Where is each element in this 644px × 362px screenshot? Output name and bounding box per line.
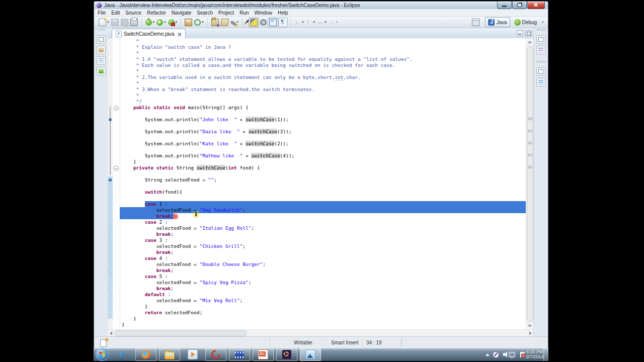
code-line[interactable] (120, 171, 526, 177)
external-tools-button[interactable]: ▾ (167, 18, 179, 27)
code-line[interactable]: * (120, 93, 526, 99)
restore-panel-icon[interactable] (97, 35, 106, 44)
scroll-left-icon[interactable] (110, 331, 112, 335)
code-line[interactable] (120, 135, 526, 141)
code-line[interactable]: * (120, 68, 526, 74)
code-line[interactable]: case 2 : (120, 219, 526, 225)
volume-icon[interactable] (503, 353, 505, 356)
tab-close-icon[interactable] (178, 32, 182, 36)
code-line[interactable]: * (120, 50, 526, 56)
taskbar-internet-explorer[interactable] (113, 348, 133, 360)
code-line[interactable]: * (120, 80, 526, 86)
code-line[interactable]: * Each value is called a case,and the va… (120, 62, 526, 68)
fold-collapse-icon[interactable] (114, 106, 119, 111)
horizontal-scrollbar[interactable] (108, 329, 534, 336)
code-line[interactable]: break; (120, 249, 526, 255)
tray-expand-icon[interactable] (486, 353, 490, 356)
title-bar[interactable]: Java - JavaInterview-InterviewDot/src/ma… (94, 2, 548, 9)
build-button[interactable] (259, 18, 268, 27)
open-resource-button[interactable] (220, 18, 229, 27)
open-perspective-button[interactable] (469, 18, 484, 27)
menu-help[interactable]: Help (278, 10, 288, 16)
code-line[interactable]: * 3.When a "break" statement is reached,… (120, 86, 526, 93)
code-line[interactable]: System.out.println("John like " + switch… (120, 117, 526, 123)
code-line[interactable]: selectedFood = "Double Cheese Burger"; (120, 261, 526, 267)
code-line[interactable]: return selectedFood; (120, 310, 526, 316)
panel-grip[interactable] (97, 29, 105, 33)
folding-ruler[interactable] (113, 38, 120, 330)
perspective-debug-button[interactable]: Debug (512, 18, 539, 27)
task-list-icon[interactable] (536, 46, 545, 54)
tray-pen-icon[interactable] (493, 352, 499, 357)
perspective-java-button[interactable]: Java (485, 17, 510, 27)
menu-window[interactable]: Window (254, 10, 272, 16)
taskbar-media-player[interactable] (183, 348, 203, 360)
code-line[interactable]: } (120, 316, 526, 322)
taskbar-swirl[interactable] (205, 348, 226, 361)
open-task-button[interactable] (210, 18, 220, 27)
dropdown-caret-icon[interactable]: ▾ (302, 20, 304, 24)
prev-annotation-button[interactable]: ▾ (305, 18, 316, 27)
dropdown-caret-icon[interactable]: ▾ (202, 20, 204, 24)
code-line[interactable]: case 4 : (120, 255, 526, 261)
code-line[interactable]: case 3 : (120, 237, 526, 243)
code-line[interactable]: * 1.A "switch" statement allows a variab… (120, 56, 526, 62)
run-button[interactable]: ▾ (155, 18, 167, 27)
code-editor[interactable]: * * Explain "switch case" in Java ? * * … (108, 38, 534, 330)
code-line[interactable]: selectedFood = "Italian Egg Roll"; (120, 225, 526, 231)
show-desktop-button[interactable] (543, 348, 548, 361)
code-line[interactable] (120, 111, 526, 117)
forward-button[interactable]: ▾ (328, 18, 339, 27)
outline-icon[interactable] (536, 78, 545, 86)
search-button[interactable]: ▾ (229, 18, 240, 27)
code-line[interactable]: default : (120, 292, 526, 298)
code-line[interactable]: } (120, 304, 526, 310)
dropdown-caret-icon[interactable]: ▾ (313, 20, 315, 24)
panel-grip[interactable] (537, 29, 545, 33)
dropdown-caret-icon[interactable]: ▾ (153, 20, 155, 24)
horizontal-scroll-thumb[interactable] (115, 330, 247, 336)
dropdown-caret-icon[interactable]: ▾ (107, 20, 109, 24)
code-line[interactable]: System.out.println("Kate like " + switch… (120, 141, 526, 147)
taskbar-image-viewer[interactable] (300, 348, 321, 361)
code-line[interactable]: break; (120, 286, 526, 292)
code-line[interactable] (120, 195, 526, 201)
panel-grip[interactable] (537, 61, 545, 65)
code-line[interactable]: case 1 : (120, 201, 526, 207)
print-button[interactable] (129, 18, 139, 27)
new-java-project-button[interactable] (184, 18, 193, 27)
taskbar-firefox[interactable] (135, 348, 156, 361)
menu-project[interactable]: Project (218, 10, 234, 16)
network-icon[interactable] (509, 352, 515, 357)
code-line[interactable]: String selectedFood = ""; (120, 177, 526, 183)
minimize-button[interactable] (497, 2, 512, 9)
action-center-icon[interactable] (520, 352, 521, 357)
code-line[interactable] (120, 147, 526, 153)
dropdown-caret-icon[interactable]: ▾ (325, 20, 327, 24)
toolbar-chevron-icon[interactable]: » (541, 20, 544, 25)
scroll-right-icon[interactable] (529, 331, 532, 335)
taskbar-office[interactable] (253, 348, 274, 361)
dropdown-caret-icon[interactable]: ▾ (164, 20, 166, 24)
menu-navigate[interactable]: Navigate (172, 10, 191, 16)
scroll-up-icon[interactable] (528, 41, 532, 43)
code-line[interactable]: } (120, 159, 526, 165)
junit-icon[interactable] (97, 67, 106, 75)
minimize-editor-icon[interactable] (517, 30, 523, 36)
vertical-scroll-thumb[interactable] (527, 46, 533, 322)
save-all-button[interactable] (120, 18, 129, 27)
taskbar-movie-maker[interactable] (229, 348, 250, 361)
save-button[interactable] (110, 18, 120, 27)
menu-run[interactable]: Run (239, 10, 249, 16)
code-area[interactable]: * * Explain "switch case" in Java ? * * … (120, 38, 526, 330)
close-button[interactable] (527, 2, 545, 9)
mark-occurrences-toggle[interactable] (249, 18, 259, 27)
show-whitespace-toggle[interactable] (278, 18, 288, 27)
maximize-editor-icon[interactable] (525, 30, 532, 36)
code-line[interactable]: break; (120, 213, 526, 219)
code-line[interactable]: selectedFood = "Spicy Veg Pizza"; (120, 280, 526, 286)
code-line[interactable]: break; (120, 267, 526, 274)
code-line[interactable] (120, 123, 526, 129)
taskbar-windows-explorer[interactable] (159, 348, 180, 361)
code-line[interactable]: private static String switchCase(int foo… (120, 165, 526, 171)
